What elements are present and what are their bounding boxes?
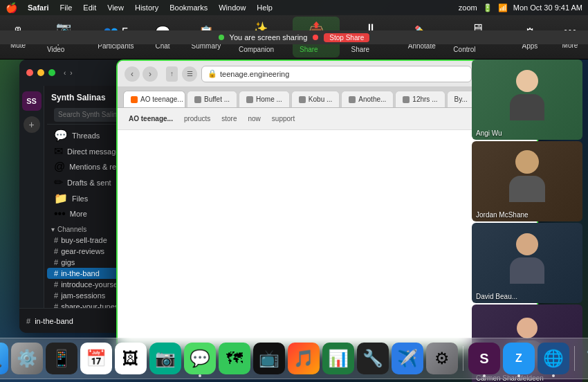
dock-system-prefs[interactable]: ⚙️ bbox=[11, 343, 43, 374]
channel-label-introduce: introduce-yourself bbox=[61, 280, 121, 289]
menubar-help[interactable]: Help bbox=[253, 3, 276, 12]
safari-sidebar-button[interactable]: ☰ bbox=[182, 66, 197, 82]
nav-files-label: Files bbox=[72, 194, 88, 203]
menubar-battery-icon: 🔋 bbox=[483, 3, 493, 12]
stop-share-button[interactable]: Stop Share bbox=[324, 33, 369, 42]
menubar-right: zoom 🔋 📶 Mon Oct 30 9:41 AM bbox=[459, 3, 582, 12]
menubar-wifi-icon: 📶 bbox=[498, 3, 508, 12]
current-channel-name: in-the-band bbox=[35, 317, 73, 325]
dock-slack[interactable]: S bbox=[468, 343, 500, 374]
te-nav-store[interactable]: store bbox=[221, 115, 237, 122]
safari-tab-another[interactable]: Anothe... bbox=[341, 91, 394, 107]
channel-label-jam: jam-sessions bbox=[61, 291, 105, 300]
channels-chevron-icon: ▾ bbox=[51, 226, 55, 233]
music-icon: 🎵 bbox=[293, 349, 314, 368]
menubar-safari[interactable]: Safari bbox=[24, 3, 53, 12]
add-icon: + bbox=[28, 119, 34, 130]
menubar-edit[interactable]: Edit bbox=[80, 3, 100, 12]
dock-settings[interactable]: ⚙ bbox=[426, 343, 458, 374]
add-workspace-button[interactable]: + bbox=[24, 116, 40, 133]
safari-tab-ao[interactable]: AO teenage... bbox=[123, 91, 185, 107]
slack-nav-forward[interactable]: › bbox=[70, 69, 72, 77]
menubar-history[interactable]: History bbox=[131, 3, 162, 12]
dock-iphone-mirror[interactable]: 📱 bbox=[46, 343, 77, 374]
channel-label-tunes: share-your-tunes bbox=[61, 302, 118, 308]
apple-tv-icon: 📺 bbox=[259, 349, 279, 368]
video-tile-david[interactable]: David Beau... bbox=[472, 223, 582, 303]
apple-menu[interactable]: 🍎 bbox=[6, 2, 17, 13]
dock-messages[interactable]: 💬 bbox=[184, 343, 216, 374]
settings-icon: ⚙ bbox=[434, 349, 450, 368]
zoom-running-dot bbox=[517, 374, 520, 377]
share-status-dot bbox=[219, 35, 224, 40]
menubar-window[interactable]: Window bbox=[215, 3, 249, 12]
te-nav-products[interactable]: products bbox=[184, 115, 210, 122]
safari-tab-buffet[interactable]: Buffet ... bbox=[187, 91, 237, 107]
tab-favicon-ao bbox=[131, 96, 138, 103]
window-close-button[interactable] bbox=[26, 69, 33, 76]
menubar-view[interactable]: View bbox=[104, 3, 127, 12]
nav-dms-label: Direct messages bbox=[67, 147, 124, 156]
window-minimize-button[interactable] bbox=[37, 69, 44, 76]
dock-browser[interactable]: 🌐 bbox=[538, 343, 569, 374]
tab-label-buffet: Buffet ... bbox=[204, 96, 230, 103]
video-tile-jordan[interactable]: Jordan McShane bbox=[472, 141, 582, 221]
dock: 🔍 ⚙️ 📱 📅 🖼 📷 💬 🗺 📺 🎵 📊 🔧 ✈️ ⚙ S bbox=[0, 338, 588, 379]
te-nav-support[interactable]: support bbox=[272, 115, 295, 122]
safari-tab-kobu[interactable]: Kobu ... bbox=[291, 91, 340, 107]
workspace-name: Synth Salinas bbox=[51, 93, 106, 102]
hash-icon: # bbox=[54, 280, 58, 289]
iphone-mirror-icon: 📱 bbox=[51, 349, 72, 368]
dock-numbers[interactable]: 📊 bbox=[322, 343, 354, 374]
hash-icon: # bbox=[54, 269, 58, 278]
safari-nav-buttons: ‹ › bbox=[125, 66, 158, 82]
at-icon: @ bbox=[54, 161, 65, 173]
hash-icon: # bbox=[54, 291, 58, 300]
menubar-bookmarks[interactable]: Bookmarks bbox=[166, 3, 211, 12]
dock-zoom[interactable]: Z bbox=[503, 343, 535, 374]
dock-music[interactable]: 🎵 bbox=[288, 343, 320, 374]
zoom-video-panel: Angi Wu Jordan McShane David Beau... Car… bbox=[472, 60, 582, 382]
dock-photos[interactable]: 🖼 bbox=[115, 343, 147, 374]
dock-apple-tv[interactable]: 📺 bbox=[253, 343, 285, 374]
safari-tab-12hrs[interactable]: 12hrs ... bbox=[395, 91, 445, 107]
video-label-david: David Beau... bbox=[476, 293, 517, 300]
maps-icon: 🗺 bbox=[226, 349, 243, 368]
drafts-icon: ✏ bbox=[54, 176, 63, 189]
slack-running-dot bbox=[483, 374, 486, 377]
safari-address-bar[interactable]: 🔒 teenage.engineering bbox=[201, 66, 472, 82]
te-nav-now[interactable]: now bbox=[248, 115, 261, 122]
nav-drafts-label: Drafts & sent bbox=[67, 179, 111, 187]
dock-testflight[interactable]: ✈️ bbox=[392, 343, 423, 374]
lock-icon: 🔒 bbox=[208, 69, 217, 78]
threads-icon: 💬 bbox=[54, 129, 68, 142]
tab-label-12hrs: 12hrs ... bbox=[412, 96, 437, 103]
dock-facetime[interactable]: 📷 bbox=[149, 343, 181, 374]
menubar-file[interactable]: File bbox=[57, 3, 76, 12]
tab-label-kobu: Kobu ... bbox=[309, 96, 332, 103]
dock-divider-2 bbox=[574, 346, 575, 371]
safari-tab-home[interactable]: Home ... bbox=[239, 91, 290, 107]
safari-forward-button[interactable]: › bbox=[143, 66, 158, 82]
window-maximize-button[interactable] bbox=[48, 69, 55, 76]
facetime-icon: 📷 bbox=[155, 349, 176, 368]
dock-maps[interactable]: 🗺 bbox=[219, 343, 250, 374]
dock-finder[interactable]: 🔍 bbox=[0, 343, 8, 374]
slack-nav-back[interactable]: ‹ bbox=[64, 69, 66, 77]
instruments-icon: 🔧 bbox=[362, 349, 383, 368]
nav-more-label: More bbox=[70, 210, 87, 218]
safari-tab-by[interactable]: By... bbox=[447, 91, 475, 107]
safari-share-button[interactable]: ↑ bbox=[166, 66, 178, 82]
tab-favicon-buffet bbox=[194, 96, 201, 103]
tab-label-home: Home ... bbox=[256, 96, 282, 103]
workspace-icon[interactable]: SS bbox=[22, 91, 42, 111]
dock-trash[interactable]: 🗑️ bbox=[580, 343, 588, 374]
slack-icon: S bbox=[479, 351, 488, 367]
video-tile-angi-wu[interactable]: Angi Wu bbox=[472, 60, 582, 140]
dock-calendar[interactable]: 📅 bbox=[80, 343, 112, 374]
video-label-angi-wu: Angi Wu bbox=[476, 129, 502, 137]
safari-back-button[interactable]: ‹ bbox=[125, 66, 140, 82]
photos-icon: 🖼 bbox=[122, 349, 139, 368]
menubar-zoom-icon: zoom bbox=[459, 3, 477, 12]
dock-instruments[interactable]: 🔧 bbox=[357, 343, 389, 374]
